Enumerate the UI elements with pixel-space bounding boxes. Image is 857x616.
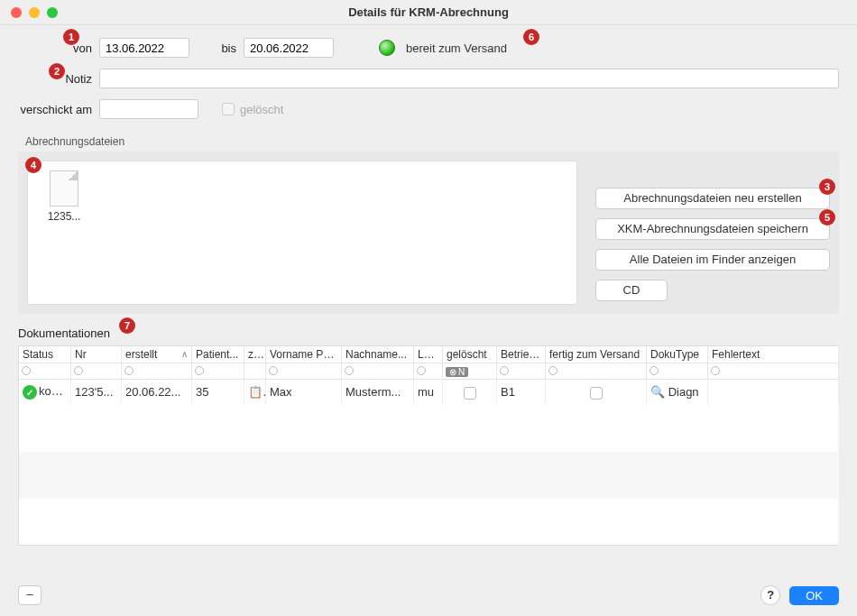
bis-label: bis bbox=[189, 41, 244, 55]
geloescht-checkbox bbox=[222, 103, 235, 115]
notiz-input[interactable] bbox=[99, 69, 839, 88]
clipboard-icon: 📋 bbox=[244, 380, 266, 405]
badge-5: 5 bbox=[819, 209, 835, 225]
titlebar: Details für KRM-Abrechnung bbox=[0, 0, 857, 25]
filter-lei[interactable] bbox=[417, 366, 426, 375]
filter-nr[interactable] bbox=[74, 366, 83, 375]
table-row bbox=[19, 452, 839, 499]
filter-status[interactable] bbox=[22, 366, 31, 375]
bis-input[interactable] bbox=[244, 38, 334, 58]
table-row bbox=[19, 405, 839, 452]
footer: – ? OK bbox=[18, 585, 839, 605]
geloescht-label: gelöscht bbox=[240, 103, 283, 116]
table-row[interactable]: ✓komp 123'5... 20.06.22... 35 📋 Max Must… bbox=[19, 380, 839, 405]
cd-button[interactable]: CD bbox=[595, 280, 668, 301]
traffic-lights bbox=[0, 7, 58, 18]
xkm-save-button[interactable]: XKM-Abrechnungsdateien speichern bbox=[595, 218, 830, 240]
badge-3: 3 bbox=[819, 179, 835, 195]
filter-row: ⊗ N bbox=[19, 363, 839, 380]
status-text: bereit zum Versand 6 bbox=[406, 41, 507, 55]
col-nachname[interactable]: Nachname... bbox=[342, 346, 414, 363]
von-input[interactable] bbox=[99, 38, 189, 58]
file-item[interactable]: 1235... bbox=[37, 170, 91, 223]
abrechnung-panel: 4 1235... 3 Abrechnungsdateien neu erste… bbox=[18, 152, 839, 314]
show-finder-button[interactable]: Alle Dateien im Finder anzeigen bbox=[595, 249, 830, 271]
filter-betrieb[interactable] bbox=[500, 366, 509, 375]
status-orb-icon bbox=[379, 40, 395, 56]
col-patient[interactable]: Patient... bbox=[192, 346, 244, 363]
col-fertig[interactable]: fertig zum Versand bbox=[546, 346, 647, 363]
zoom-icon[interactable] bbox=[47, 7, 58, 18]
badge-2: 2 bbox=[49, 63, 65, 79]
window: Details für KRM-Abrechnung 1 von bis ber… bbox=[0, 0, 857, 616]
window-title: Details für KRM-Abrechnung bbox=[0, 5, 857, 19]
verschickt-label: verschickt am bbox=[18, 103, 99, 116]
filter-patient[interactable] bbox=[195, 366, 204, 375]
date-row: 1 von bis bereit zum Versand 6 bbox=[18, 38, 839, 58]
col-z[interactable]: z... bbox=[244, 346, 266, 363]
col-erstellt[interactable]: erstellt∧ bbox=[122, 346, 192, 363]
remove-button[interactable]: – bbox=[18, 585, 41, 605]
content: 1 von bis bereit zum Versand 6 2 Notiz v… bbox=[0, 25, 857, 546]
button-column: 3 Abrechnungsdateien neu erstellen 5 XKM… bbox=[595, 161, 830, 305]
filter-fehler[interactable] bbox=[711, 366, 720, 375]
filter-geloescht-active[interactable]: ⊗ N bbox=[446, 367, 468, 377]
von-label: 1 von bbox=[18, 41, 99, 55]
col-geloescht[interactable]: gelöscht bbox=[443, 346, 497, 363]
badge-1: 1 bbox=[63, 29, 79, 45]
ok-button[interactable]: OK bbox=[789, 586, 839, 605]
close-icon[interactable] bbox=[11, 7, 22, 18]
geloescht-cell-checkbox[interactable] bbox=[464, 387, 476, 400]
filter-vorname[interactable] bbox=[269, 366, 278, 375]
col-lei[interactable]: Lei... bbox=[414, 346, 443, 363]
doku-table: Status Nr erstellt∧ Patient... z... Vorn… bbox=[18, 345, 839, 546]
badge-4: 4 bbox=[25, 157, 41, 173]
verschickt-row: verschickt am gelöscht bbox=[18, 99, 839, 119]
dokumentationen-label: Dokumentationen 7 bbox=[18, 326, 110, 340]
col-nr[interactable]: Nr bbox=[71, 346, 122, 363]
file-area[interactable]: 1235... bbox=[27, 161, 577, 305]
notiz-row: 2 Notiz bbox=[18, 69, 839, 88]
verschickt-input[interactable] bbox=[99, 99, 198, 119]
col-fehler[interactable]: Fehlertext bbox=[708, 346, 839, 363]
status-ok-icon: ✓ bbox=[23, 385, 37, 400]
col-betrieb[interactable]: Betrieb... bbox=[497, 346, 546, 363]
notiz-label: 2 Notiz bbox=[18, 72, 99, 86]
badge-6: 6 bbox=[523, 29, 539, 45]
abrechnung-label: Abrechnungsdateien bbox=[25, 135, 839, 148]
filter-nachname[interactable] bbox=[345, 366, 354, 375]
file-name: 1235... bbox=[37, 210, 91, 223]
file-icon bbox=[50, 170, 78, 207]
fertig-cell-checkbox[interactable] bbox=[590, 387, 603, 400]
help-button[interactable]: ? bbox=[760, 585, 780, 605]
col-vorname[interactable]: Vorname Pa... bbox=[266, 346, 342, 363]
badge-7: 7 bbox=[119, 317, 135, 334]
filter-dokutype[interactable] bbox=[650, 366, 659, 375]
recreate-button[interactable]: Abrechnungsdateien neu erstellen bbox=[595, 188, 830, 209]
col-dokutype[interactable]: DokuType bbox=[647, 346, 708, 363]
col-status[interactable]: Status bbox=[19, 346, 71, 363]
magnify-icon: 🔍 bbox=[650, 385, 665, 399]
sort-asc-icon: ∧ bbox=[181, 349, 188, 359]
table-header-row: Status Nr erstellt∧ Patient... z... Vorn… bbox=[19, 346, 839, 363]
filter-erstellt[interactable] bbox=[124, 366, 134, 375]
table-row bbox=[19, 499, 839, 546]
filter-fertig[interactable] bbox=[548, 366, 558, 375]
minimize-icon[interactable] bbox=[29, 7, 40, 18]
